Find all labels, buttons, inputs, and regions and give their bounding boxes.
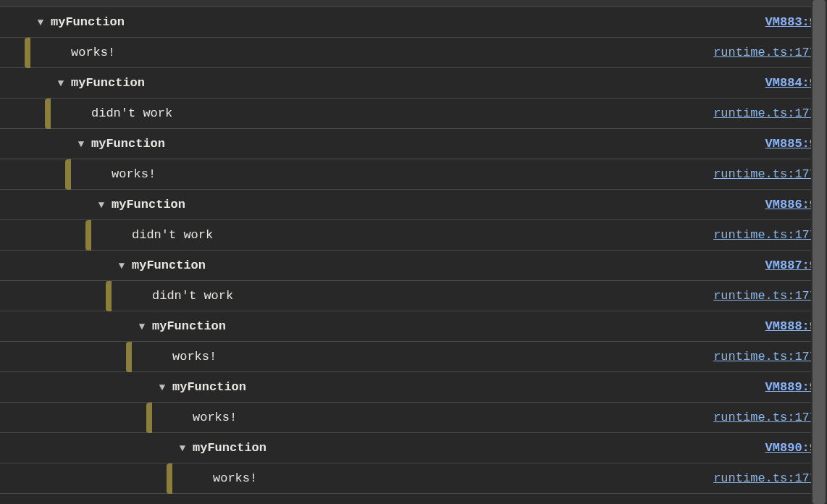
group-nesting-marker [45, 98, 51, 129]
row-left: works! [0, 463, 257, 493]
source-location-link[interactable]: VM883:9 [765, 15, 817, 29]
console-group-header[interactable]: ▼myFunctionVM890:9 [0, 433, 827, 463]
row-left: ▼myFunction [0, 433, 266, 463]
source-location-link[interactable]: VM890:9 [765, 441, 817, 455]
row-left: ▼myFunction [0, 190, 185, 219]
source-location-link[interactable]: runtime.ts:177 [713, 411, 817, 424]
console-log-entry: works!runtime.ts:177 [0, 463, 827, 494]
group-label: myFunction [71, 76, 145, 90]
console-log-entry: works!runtime.ts:177 [0, 342, 827, 372]
indent-spacer [0, 7, 35, 38]
indent-spacer [136, 290, 148, 302]
expand-triangle-icon[interactable]: ▼ [156, 382, 168, 393]
indent-spacer [0, 433, 177, 463]
group-nesting-marker [126, 342, 132, 372]
source-location-link[interactable]: runtime.ts:177 [713, 167, 817, 181]
indent-spacer [177, 412, 188, 424]
indent-spacer [75, 108, 87, 119]
devtools-toolbar-strip [0, 0, 827, 7]
console-log-entry: works!runtime.ts:177 [0, 159, 827, 190]
indent-spacer [116, 230, 127, 241]
source-location-link[interactable]: VM887:9 [765, 259, 817, 272]
group-nesting-marker [65, 159, 71, 190]
console-group-header[interactable]: ▼myFunctionVM886:9 [0, 190, 827, 220]
group-label: myFunction [91, 137, 165, 151]
expand-triangle-icon[interactable]: ▼ [136, 321, 148, 332]
row-left: works! [0, 342, 217, 371]
log-message: works! [112, 167, 156, 181]
indent-spacer [0, 98, 75, 129]
row-left: ▼myFunction [0, 251, 206, 280]
row-left: didn't work [0, 281, 233, 311]
scrollbar-track[interactable] [811, 0, 827, 504]
source-location-link[interactable]: VM884:9 [765, 76, 817, 90]
indent-spacer [0, 129, 75, 159]
expand-triangle-icon[interactable]: ▼ [55, 77, 67, 89]
row-left: ▼myFunction [0, 311, 226, 341]
indent-spacer [0, 220, 116, 251]
group-label: myFunction [132, 259, 206, 272]
source-location-link[interactable]: VM889:9 [765, 380, 817, 394]
group-label: myFunction [193, 441, 266, 455]
log-message: works! [193, 411, 237, 424]
console-group-header[interactable]: ▼myFunctionVM884:9 [0, 68, 827, 98]
row-left: works! [0, 38, 115, 67]
indent-spacer [156, 351, 168, 363]
console-group-header[interactable]: ▼myFunctionVM885:9 [0, 129, 827, 159]
source-location-link[interactable]: runtime.ts:177 [713, 228, 817, 242]
indent-spacer [0, 342, 156, 372]
console-group-header[interactable]: ▼myFunctionVM889:9 [0, 372, 827, 403]
group-nesting-marker [146, 403, 152, 433]
console-group-header[interactable]: ▼myFunctionVM883:9 [0, 7, 827, 38]
log-message: didn't work [91, 106, 172, 120]
expand-triangle-icon[interactable]: ▼ [35, 17, 46, 28]
indent-spacer [197, 473, 209, 484]
log-message: didn't work [152, 289, 233, 303]
row-left: didn't work [0, 220, 213, 250]
expand-triangle-icon[interactable]: ▼ [116, 260, 127, 272]
indent-spacer [0, 190, 96, 220]
indent-spacer [0, 159, 96, 190]
indent-spacer [0, 372, 156, 403]
source-location-link[interactable]: runtime.ts:177 [713, 106, 817, 120]
source-location-link[interactable]: VM888:9 [765, 319, 817, 333]
source-location-link[interactable]: runtime.ts:177 [713, 46, 817, 59]
console-group-header[interactable]: ▼myFunctionVM888:9 [0, 311, 827, 342]
console-output: ▼myFunctionVM883:9 works!runtime.ts:177▼… [0, 7, 827, 494]
group-label: myFunction [51, 15, 125, 29]
indent-spacer [55, 47, 67, 59]
source-location-link[interactable]: runtime.ts:177 [713, 350, 817, 364]
expand-triangle-icon[interactable]: ▼ [96, 199, 107, 211]
source-location-link[interactable]: runtime.ts:177 [713, 471, 817, 485]
row-left: works! [0, 403, 237, 432]
expand-triangle-icon[interactable]: ▼ [75, 138, 87, 150]
console-log-entry: didn't workruntime.ts:177 [0, 220, 827, 251]
console-log-entry: didn't workruntime.ts:177 [0, 281, 827, 311]
scrollbar-thumb[interactable] [813, 0, 826, 504]
expand-triangle-icon[interactable]: ▼ [177, 442, 188, 454]
log-message: didn't work [132, 228, 213, 242]
console-log-entry: works!runtime.ts:177 [0, 38, 827, 68]
row-left: didn't work [0, 98, 172, 128]
group-nesting-marker [85, 220, 91, 251]
log-message: works! [172, 350, 217, 364]
group-label: myFunction [172, 380, 246, 394]
indent-spacer [96, 169, 107, 180]
group-label: myFunction [152, 319, 226, 333]
source-location-link[interactable]: VM885:9 [765, 137, 817, 151]
console-log-entry: works!runtime.ts:177 [0, 403, 827, 433]
group-nesting-marker [167, 463, 172, 494]
indent-spacer [0, 281, 136, 311]
row-left: ▼myFunction [0, 372, 246, 402]
source-location-link[interactable]: runtime.ts:177 [713, 289, 817, 303]
indent-spacer [0, 251, 116, 281]
source-location-link[interactable]: VM886:9 [765, 198, 817, 211]
log-message: works! [213, 471, 257, 485]
log-message: works! [71, 46, 115, 59]
row-left: works! [0, 159, 156, 189]
console-group-header[interactable]: ▼myFunctionVM887:9 [0, 251, 827, 281]
row-left: ▼myFunction [0, 129, 165, 159]
indent-spacer [0, 68, 55, 98]
group-label: myFunction [112, 198, 185, 211]
console-log-entry: didn't workruntime.ts:177 [0, 98, 827, 129]
